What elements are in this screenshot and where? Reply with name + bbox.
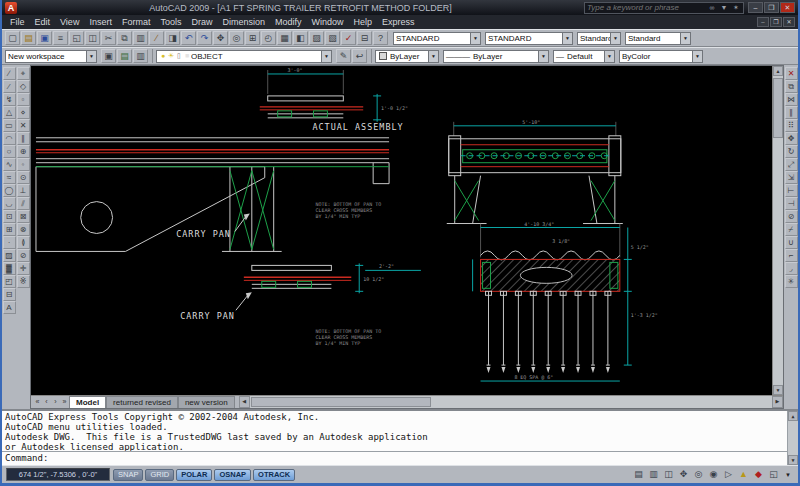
text-style-combo[interactable]: STANDARD▼ — [485, 32, 573, 45]
snap-settings-icon[interactable]: ✛ — [17, 262, 30, 275]
trim-icon[interactable]: ⊢ — [785, 184, 798, 197]
tab-nav-1[interactable]: ‹ — [42, 396, 51, 408]
zoom-previous-icon[interactable]: ◴ — [261, 31, 276, 45]
coordinate-display[interactable]: 674 1/2", -7.5306 , 0'-0" — [6, 468, 110, 481]
gradient-icon[interactable]: ▓ — [3, 262, 16, 275]
break-at-point-icon[interactable]: ⊘ — [785, 210, 798, 223]
insert-block-icon[interactable]: ⊡ — [3, 210, 16, 223]
snap-tangent-icon[interactable]: ⊙ — [17, 171, 30, 184]
snap-endpoint-icon[interactable]: ▫ — [17, 93, 30, 106]
quickcalc-icon[interactable]: ⊟ — [357, 31, 372, 45]
snap-quadrant-icon[interactable]: ◦ — [17, 158, 30, 171]
doc-minimize-button[interactable]: – — [757, 17, 769, 27]
tab-nav-3[interactable]: » — [60, 396, 69, 408]
properties-icon[interactable]: ▦ — [277, 31, 292, 45]
layer-combo[interactable]: ●☀▯■ OBJECT ▼ — [156, 50, 332, 63]
vertical-scrollbar[interactable]: ▲ ▼ — [772, 66, 783, 395]
snap-insert-icon[interactable]: ⊠ — [17, 210, 30, 223]
qnew-icon[interactable]: ▢ — [5, 31, 20, 45]
block-editor-icon[interactable]: ◨ — [165, 31, 180, 45]
save-icon[interactable]: ▣ — [37, 31, 52, 45]
move-icon[interactable]: ✥ — [785, 132, 798, 145]
menu-format[interactable]: Format — [117, 17, 156, 27]
pan-icon[interactable]: ✥ — [213, 31, 228, 45]
tab-nav-0[interactable]: « — [33, 396, 42, 408]
toggle-polar[interactable]: POLAR — [176, 469, 212, 481]
layer-previous-icon[interactable]: ↩ — [352, 49, 367, 63]
trusted-dwg-icon[interactable]: ◆ — [752, 468, 765, 481]
menu-help[interactable]: Help — [349, 17, 378, 27]
toggle-grid[interactable]: GRID — [145, 469, 174, 481]
close-button[interactable]: ✕ — [780, 2, 795, 13]
sheet-set-manager-icon[interactable]: ▧ — [325, 31, 340, 45]
snap-from-icon[interactable]: ◇ — [17, 80, 30, 93]
combo-arrow-icon[interactable]: ▼ — [86, 51, 96, 62]
plot-preview-icon[interactable]: ◱ — [69, 31, 84, 45]
toggle-otrack[interactable]: OTRACK — [253, 469, 295, 481]
minimize-button[interactable]: – — [748, 2, 763, 13]
command-history[interactable]: AutoCAD Express Tools Copyright © 2002-2… — [2, 411, 787, 452]
construction-line-icon[interactable]: ⁄ — [3, 80, 16, 93]
snap-node-icon[interactable]: ⊗ — [17, 223, 30, 236]
open-icon[interactable]: ▤ — [21, 31, 36, 45]
snap-midpoint-icon[interactable]: ⋄ — [17, 106, 30, 119]
zoom-realtime-icon[interactable]: ◎ — [229, 31, 244, 45]
command-prompt[interactable]: Command: — [2, 452, 787, 465]
combo-arrow-icon[interactable]: ▼ — [538, 51, 548, 62]
snap-center-icon[interactable]: ⊕ — [17, 145, 30, 158]
menu-draw[interactable]: Draw — [186, 17, 217, 27]
workspace-combo[interactable]: New workspace ▼ — [5, 50, 97, 63]
table-style-combo[interactable]: Standard▼ — [577, 32, 621, 45]
menu-tools[interactable]: Tools — [155, 17, 186, 27]
ellipse-icon[interactable]: ◯ — [3, 184, 16, 197]
search-binoculars-icon[interactable]: ∞ — [707, 4, 717, 11]
doc-close-button[interactable]: ✕ — [783, 17, 795, 27]
snap-nearest-icon[interactable]: ≬ — [17, 236, 30, 249]
erase-icon[interactable]: ✕ — [785, 67, 798, 80]
command-scroll-up-icon[interactable]: ▲ — [788, 411, 798, 421]
color-combo[interactable]: ByLayer ▼ — [375, 50, 439, 63]
snap-perpendicular-icon[interactable]: ⟂ — [17, 184, 30, 197]
layer-on-icon[interactable]: ● — [159, 51, 167, 61]
menu-modify[interactable]: Modify — [270, 17, 307, 27]
menu-express[interactable]: Express — [377, 17, 420, 27]
snap-midpoint2-icon[interactable]: ※ — [17, 275, 30, 288]
redo-icon[interactable]: ↷ — [197, 31, 212, 45]
break-icon[interactable]: ⌿ — [785, 223, 798, 236]
linetype-combo[interactable]: ——— ByLayer ▼ — [443, 50, 549, 63]
fillet-icon[interactable]: ◞ — [785, 262, 798, 275]
tool-palettes-icon[interactable]: ▨ — [309, 31, 324, 45]
ellipse-arc-icon[interactable]: ◡ — [3, 197, 16, 210]
layer-color-icon[interactable]: ■ — [183, 51, 191, 61]
offset-icon[interactable]: ∥ — [785, 106, 798, 119]
menu-file[interactable]: File — [5, 17, 30, 27]
spline-icon[interactable]: ≈ — [3, 171, 16, 184]
menu-view[interactable]: View — [55, 17, 84, 27]
scroll-up-icon[interactable]: ▲ — [773, 66, 783, 76]
help-icon[interactable]: ? — [373, 31, 388, 45]
doc-restore-button[interactable]: ❐ — [770, 17, 782, 27]
match-properties-icon[interactable]: ∕ — [149, 31, 164, 45]
snap-intersection-icon[interactable]: ✕ — [17, 119, 30, 132]
layer-thaw-icon[interactable]: ☀ — [167, 51, 175, 61]
extend-icon[interactable]: ⊣ — [785, 197, 798, 210]
snap-parallel-icon[interactable]: ⫽ — [17, 197, 30, 210]
multiline-text-icon[interactable]: A — [3, 301, 16, 314]
scroll-left-icon[interactable]: ◀ — [239, 396, 250, 408]
pan-tool-icon[interactable]: ✥ — [677, 468, 690, 481]
communication-center-icon[interactable]: ✶ — [731, 4, 741, 12]
quick-view-layouts-icon[interactable]: ▥ — [647, 468, 660, 481]
menu-edit[interactable]: Edit — [30, 17, 56, 27]
undo-icon[interactable]: ↶ — [181, 31, 196, 45]
command-scroll-down-icon[interactable]: ▼ — [788, 455, 798, 465]
multileader-style-combo[interactable]: Standard▼ — [625, 32, 691, 45]
toggle-snap[interactable]: SNAP — [113, 469, 143, 481]
array-icon[interactable]: ⠿ — [785, 119, 798, 132]
command-scrollbar[interactable]: ▲ ▼ — [787, 411, 798, 465]
search-dropdown-icon[interactable]: ▼ — [719, 4, 729, 11]
snap-temporary-track-icon[interactable]: ⌖ — [17, 67, 30, 80]
polyline-icon[interactable]: ↯ — [3, 93, 16, 106]
join-icon[interactable]: ∪ — [785, 236, 798, 249]
copy-icon[interactable]: ⧉ — [117, 31, 132, 45]
make-block-icon[interactable]: ⊞ — [3, 223, 16, 236]
